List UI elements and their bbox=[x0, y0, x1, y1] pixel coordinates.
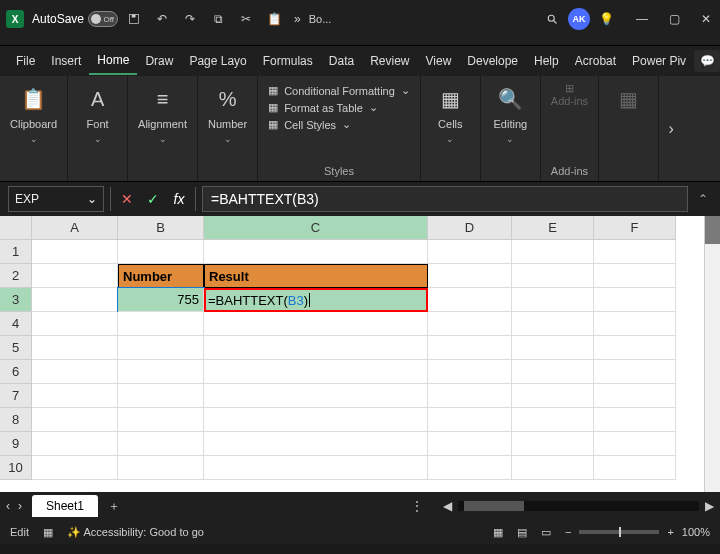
group-number[interactable]: % Number ⌄ bbox=[198, 76, 258, 181]
cell-a3[interactable] bbox=[32, 288, 118, 312]
minimize-icon[interactable]: — bbox=[634, 11, 650, 27]
cell-c5[interactable] bbox=[204, 336, 428, 360]
cell-d8[interactable] bbox=[428, 408, 512, 432]
worksheet-area[interactable]: A B C D E F 1 2 Number Result 3 755 =BAH… bbox=[0, 216, 720, 492]
cell-a6[interactable] bbox=[32, 360, 118, 384]
group-clipboard[interactable]: 📋 Clipboard ⌄ bbox=[0, 76, 68, 181]
row-header-10[interactable]: 10 bbox=[0, 456, 32, 480]
tab-power-pivot[interactable]: Power Piv bbox=[624, 48, 694, 74]
formula-input[interactable]: =BAHTTEXT(B3) bbox=[202, 186, 688, 212]
row-header-2[interactable]: 2 bbox=[0, 264, 32, 288]
row-header-1[interactable]: 1 bbox=[0, 240, 32, 264]
cell-a8[interactable] bbox=[32, 408, 118, 432]
row-header-5[interactable]: 5 bbox=[0, 336, 32, 360]
scroll-right-icon[interactable]: ▶ bbox=[705, 499, 714, 513]
toggle-off-icon[interactable]: Off bbox=[88, 11, 118, 27]
document-name[interactable]: Bo... bbox=[309, 13, 332, 25]
tab-data[interactable]: Data bbox=[321, 48, 362, 74]
cell-c2[interactable]: Result bbox=[204, 264, 428, 288]
chevron-down-icon[interactable]: ⌄ bbox=[506, 134, 514, 144]
group-font[interactable]: A Font ⌄ bbox=[68, 76, 128, 181]
row-header-9[interactable]: 9 bbox=[0, 432, 32, 456]
autosave-toggle[interactable]: AutoSave Off bbox=[32, 11, 118, 27]
tab-file[interactable]: File bbox=[8, 48, 43, 74]
col-header-b[interactable]: B bbox=[118, 216, 204, 240]
cell-d4[interactable] bbox=[428, 312, 512, 336]
more-commands-icon[interactable]: » bbox=[294, 12, 301, 26]
row-header-8[interactable]: 8 bbox=[0, 408, 32, 432]
search-icon[interactable] bbox=[544, 11, 560, 27]
cell-d6[interactable] bbox=[428, 360, 512, 384]
maximize-icon[interactable]: ▢ bbox=[666, 11, 682, 27]
cell-f1[interactable] bbox=[594, 240, 676, 264]
tab-help[interactable]: Help bbox=[526, 48, 567, 74]
cell-d3[interactable] bbox=[428, 288, 512, 312]
scrollbar-thumb[interactable] bbox=[705, 216, 720, 244]
cell-c10[interactable] bbox=[204, 456, 428, 480]
col-header-c[interactable]: C bbox=[204, 216, 428, 240]
zoom-slider[interactable] bbox=[579, 530, 659, 534]
insert-function-icon[interactable]: fx bbox=[169, 191, 189, 207]
cell-f6[interactable] bbox=[594, 360, 676, 384]
ribbon-overflow-button[interactable]: › bbox=[659, 76, 683, 181]
cell-b1[interactable] bbox=[118, 240, 204, 264]
cell-d7[interactable] bbox=[428, 384, 512, 408]
chevron-down-icon[interactable]: ⌄ bbox=[224, 134, 232, 144]
cell-f8[interactable] bbox=[594, 408, 676, 432]
chevron-down-icon[interactable]: ⌄ bbox=[446, 134, 454, 144]
tab-acrobat[interactable]: Acrobat bbox=[567, 48, 624, 74]
copy-icon[interactable]: ⧉ bbox=[210, 11, 226, 27]
row-header-4[interactable]: 4 bbox=[0, 312, 32, 336]
cell-b5[interactable] bbox=[118, 336, 204, 360]
enter-formula-icon[interactable]: ✓ bbox=[143, 191, 163, 207]
cell-e5[interactable] bbox=[512, 336, 594, 360]
cell-e10[interactable] bbox=[512, 456, 594, 480]
cell-a7[interactable] bbox=[32, 384, 118, 408]
undo-icon[interactable]: ↶ bbox=[154, 11, 170, 27]
group-cells[interactable]: ▦ Cells ⌄ bbox=[421, 76, 481, 181]
cell-d9[interactable] bbox=[428, 432, 512, 456]
cell-c8[interactable] bbox=[204, 408, 428, 432]
cell-b7[interactable] bbox=[118, 384, 204, 408]
row-header-7[interactable]: 7 bbox=[0, 384, 32, 408]
scroll-left-icon[interactable]: ◀ bbox=[443, 499, 452, 513]
tab-draw[interactable]: Draw bbox=[137, 48, 181, 74]
tab-view[interactable]: View bbox=[418, 48, 460, 74]
cell-c9[interactable] bbox=[204, 432, 428, 456]
add-sheet-button[interactable]: ＋ bbox=[108, 498, 120, 515]
col-header-e[interactable]: E bbox=[512, 216, 594, 240]
cell-b3[interactable]: 755 bbox=[118, 288, 204, 312]
cell-f9[interactable] bbox=[594, 432, 676, 456]
cell-b2[interactable]: Number bbox=[118, 264, 204, 288]
tab-insert[interactable]: Insert bbox=[43, 48, 89, 74]
view-page-break-icon[interactable]: ▭ bbox=[541, 526, 551, 539]
cell-e6[interactable] bbox=[512, 360, 594, 384]
accessibility-status[interactable]: ✨ Accessibility: Good to go bbox=[67, 526, 204, 539]
view-page-layout-icon[interactable]: ▤ bbox=[517, 526, 527, 539]
view-normal-icon[interactable]: ▦ bbox=[493, 526, 503, 539]
cell-a1[interactable] bbox=[32, 240, 118, 264]
cell-b6[interactable] bbox=[118, 360, 204, 384]
stats-icon[interactable]: ▦ bbox=[43, 526, 53, 539]
tips-icon[interactable]: 💡 bbox=[598, 11, 614, 27]
close-icon[interactable]: ✕ bbox=[698, 11, 714, 27]
col-header-d[interactable]: D bbox=[428, 216, 512, 240]
cancel-formula-icon[interactable]: ✕ bbox=[117, 191, 137, 207]
cell-d2[interactable] bbox=[428, 264, 512, 288]
cell-d5[interactable] bbox=[428, 336, 512, 360]
cell-e4[interactable] bbox=[512, 312, 594, 336]
cell-a2[interactable] bbox=[32, 264, 118, 288]
horizontal-scrollbar[interactable]: ◀ ▶ bbox=[443, 499, 714, 513]
cell-e1[interactable] bbox=[512, 240, 594, 264]
select-all-corner[interactable] bbox=[0, 216, 32, 240]
cell-c7[interactable] bbox=[204, 384, 428, 408]
cell-f2[interactable] bbox=[594, 264, 676, 288]
save-icon[interactable] bbox=[126, 11, 142, 27]
cell-f3[interactable] bbox=[594, 288, 676, 312]
expand-formula-bar-icon[interactable]: ⌃ bbox=[694, 192, 712, 206]
cell-b4[interactable] bbox=[118, 312, 204, 336]
cell-f4[interactable] bbox=[594, 312, 676, 336]
row-header-3[interactable]: 3 bbox=[0, 288, 32, 312]
col-header-f[interactable]: F bbox=[594, 216, 676, 240]
zoom-control[interactable]: − + 100% bbox=[565, 526, 710, 538]
